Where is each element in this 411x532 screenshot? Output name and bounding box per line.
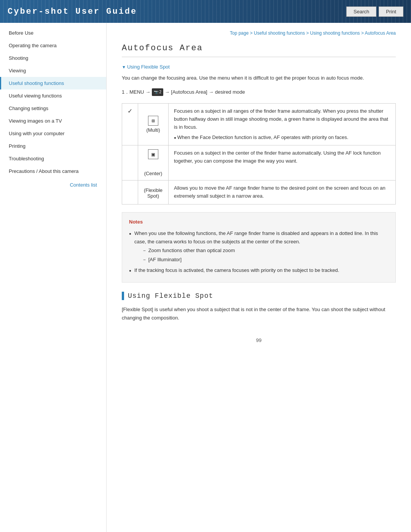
notes-sub-zoom: Zoom functions other than optical zoom xyxy=(142,246,389,255)
notes-box: Notes When you use the following functio… xyxy=(122,212,396,283)
flexible-spot-body: [Flexible Spot] is useful when you shoot… xyxy=(122,305,396,322)
multi-icon: ⊞ xyxy=(148,116,158,126)
app-title: Cyber-shot User Guide xyxy=(8,7,137,16)
sidebar-item-printing[interactable]: Printing xyxy=(0,140,106,152)
flexible-spot-heading-text: Using Flexible Spot xyxy=(128,292,213,300)
check-cell-center xyxy=(122,145,138,181)
breadcrumb-useful-shooting[interactable]: Useful shooting functions xyxy=(254,30,305,36)
notes-title: Notes xyxy=(129,218,389,226)
header-buttons: Search Print xyxy=(346,6,403,17)
table-row-flexible-spot: (FlexibleSpot) Allows you to move the AF… xyxy=(122,181,396,204)
using-flexible-spot-link[interactable]: Using Flexible Spot xyxy=(122,64,396,70)
breadcrumb-sep2: > xyxy=(306,30,310,36)
arrow3: → xyxy=(209,89,213,95)
sidebar-item-viewing[interactable]: Viewing xyxy=(0,64,106,77)
arrow2: → xyxy=(165,89,170,95)
print-button[interactable]: Print xyxy=(379,6,403,17)
sidebar-item-troubleshooting[interactable]: Troubleshooting xyxy=(0,152,106,165)
breadcrumb: Top page > Useful shooting functions > U… xyxy=(122,30,396,36)
page-number: 99 xyxy=(122,337,396,343)
breadcrumb-using-shooting[interactable]: Using shooting functions xyxy=(310,30,360,36)
breadcrumb-sep3: > xyxy=(361,30,365,36)
sidebar-item-shooting[interactable]: Shooting xyxy=(0,52,106,64)
menu-instruction: 1．MENU → 📷 2 → [Autofocus Area] → desire… xyxy=(122,88,396,96)
contents-list-link[interactable]: Contents list xyxy=(0,177,106,192)
main-content: Top page > Useful shooting functions > U… xyxy=(107,23,411,532)
desc-cell-multi: Focuses on a subject in all ranges of th… xyxy=(169,104,396,145)
center-desc-text: Focuses on a subject in the center of th… xyxy=(174,150,381,164)
multi-bullet: When the Face Detection function is acti… xyxy=(174,134,390,142)
sidebar-item-before-use[interactable]: Before Use xyxy=(0,27,106,39)
sidebar-item-viewing-tv[interactable]: Viewing images on a TV xyxy=(0,115,106,127)
flexible-spot-section-heading: Using Flexible Spot xyxy=(122,292,396,300)
autofocus-table: ✓ ⊞ (Multi) Focuses on a subject in all … xyxy=(122,103,396,204)
icon-cell-center: ▣ (Center) xyxy=(138,145,169,181)
table-row-center: ▣ (Center) Focuses on a subject in the c… xyxy=(122,145,396,181)
desc-cell-center: Focuses on a subject in the center of th… xyxy=(169,145,396,181)
header: Cyber-shot User Guide Search Print xyxy=(0,0,411,23)
multi-label: (Multi) xyxy=(143,127,163,133)
sidebar: Before Use Operating the camera Shooting… xyxy=(0,23,107,532)
sidebar-item-operating[interactable]: Operating the camera xyxy=(0,39,106,52)
notes-sub-list: Zoom functions other than optical zoom [… xyxy=(134,246,389,264)
flexible-desc-text: Allows you to move the AF range finder f… xyxy=(174,185,386,199)
center-label: (Center) xyxy=(143,171,163,176)
breadcrumb-sep1: > xyxy=(250,30,254,36)
notes-sub-af: [AF Illuminator] xyxy=(142,255,389,264)
sidebar-item-useful-shooting[interactable]: Useful shooting functions xyxy=(0,77,106,89)
flexible-spot-label: (FlexibleSpot) xyxy=(143,187,163,199)
check-cell-flexible xyxy=(122,181,138,204)
section-heading-bar xyxy=(122,292,124,300)
multi-desc-text: Focuses on a subject in all ranges of th… xyxy=(174,108,388,130)
icon-cell-multi: ⊞ (Multi) xyxy=(138,104,169,145)
breadcrumb-top[interactable]: Top page xyxy=(230,30,249,36)
arrow1: → xyxy=(145,89,150,95)
intro-text: You can change the focusing area. Use th… xyxy=(122,74,396,82)
desc-cell-flexible: Allows you to move the AF range finder f… xyxy=(169,181,396,204)
main-layout: Before Use Operating the camera Shooting… xyxy=(0,23,411,532)
sidebar-item-computer[interactable]: Using with your computer xyxy=(0,127,106,140)
breadcrumb-current: Autofocus Area xyxy=(365,30,396,36)
center-icon: ▣ xyxy=(148,149,158,159)
table-row-multi: ✓ ⊞ (Multi) Focuses on a subject in all … xyxy=(122,104,396,145)
icon-cell-flexible: (FlexibleSpot) xyxy=(138,181,169,204)
sidebar-item-changing-settings[interactable]: Changing settings xyxy=(0,102,106,115)
sidebar-item-precautions[interactable]: Precautions / About this camera xyxy=(0,165,106,177)
sidebar-item-useful-viewing[interactable]: Useful viewing functions xyxy=(0,89,106,102)
search-button[interactable]: Search xyxy=(346,6,376,17)
notes-item-1: When you use the following functions, th… xyxy=(129,229,389,264)
check-cell-multi: ✓ xyxy=(122,104,138,145)
page-title: Autofocus Area xyxy=(122,43,396,57)
notes-item-2: If the tracking focus is activated, the … xyxy=(129,266,389,275)
camera-menu-icon: 📷 2 xyxy=(152,88,163,96)
